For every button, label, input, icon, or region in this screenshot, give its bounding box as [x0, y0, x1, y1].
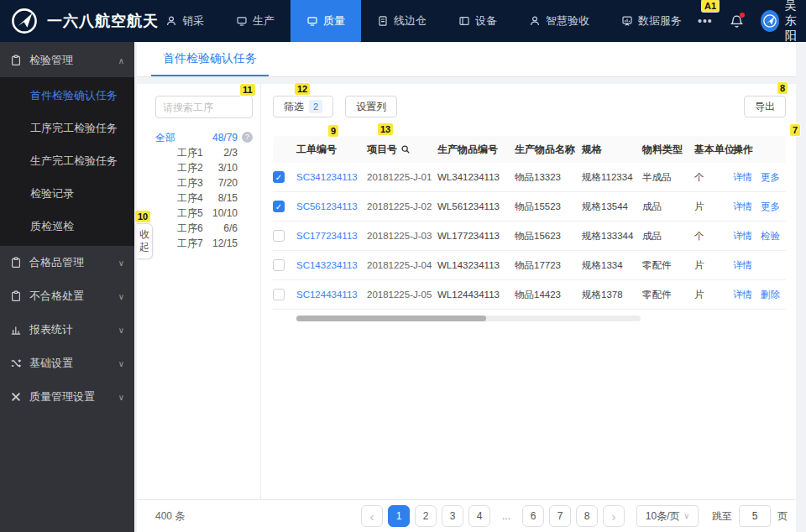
row-checkbox[interactable] — [273, 289, 285, 300]
order-no-link[interactable]: SC124434113 — [296, 289, 367, 300]
unit-cell: 片 — [694, 259, 733, 272]
chevron-down-icon: ∨ — [118, 326, 124, 335]
detail-link[interactable]: 详情 — [733, 171, 752, 184]
notification-bell-icon[interactable] — [730, 14, 744, 29]
page-button-6[interactable]: 6 — [522, 505, 544, 527]
process-item[interactable]: 工序510/10 — [155, 206, 249, 221]
help-icon[interactable]: ? — [242, 132, 253, 143]
annotation-badge-a1: A1 — [702, 0, 719, 12]
horizontal-scrollbar-thumb[interactable] — [296, 316, 486, 321]
sidebar-item-nonconforming[interactable]: 不合格处置 ∨ — [0, 279, 134, 313]
detail-link[interactable]: 详情 — [733, 230, 752, 243]
row-checkbox[interactable] — [273, 230, 285, 242]
nav-item-sales[interactable]: 销采 — [149, 0, 220, 42]
process-item[interactable]: 工序48/15 — [155, 190, 249, 206]
detail-link[interactable]: 详情 — [733, 289, 752, 301]
project-no-cell: 20181225-J-02 — [367, 201, 437, 211]
item-name-cell: 物品14423 — [515, 289, 582, 301]
unit-cell: 个 — [694, 171, 733, 184]
page-button-7[interactable]: 7 — [549, 505, 571, 527]
page-button-8[interactable]: 8 — [576, 505, 598, 527]
process-item[interactable]: 工序23/10 — [155, 160, 249, 175]
sidebar-item-production-completion-task[interactable]: 生产完工检验任务 — [0, 144, 134, 177]
tab-first-article-task[interactable]: 首件检验确认任务 — [151, 42, 269, 76]
detail-link[interactable]: 详情 — [733, 201, 752, 213]
table-row: SC143234113 20181225-J-04 WL143234113 物品… — [273, 251, 786, 280]
jump-page-input[interactable] — [739, 505, 771, 527]
tab-bar: 首件检验确认任务 — [137, 42, 796, 77]
nav-item-smart-acceptance[interactable]: 智慧验收 — [513, 0, 605, 42]
next-page-button[interactable]: › — [603, 505, 625, 527]
user-menu[interactable]: 吴东阳 — [761, 0, 800, 44]
row-checkbox[interactable]: ✓ — [273, 201, 285, 212]
col-material-type: 物料类型 — [642, 143, 694, 157]
nav-item-line-warehouse[interactable]: 线边仓 — [361, 0, 442, 42]
process-label: 全部 — [155, 130, 175, 145]
prev-page-button[interactable]: ‹ — [361, 505, 383, 527]
process-item[interactable]: 工序712/15 — [155, 236, 249, 251]
more-link[interactable]: 更多 — [761, 171, 780, 184]
page-size-select[interactable]: 10条/页 ∨ — [636, 505, 699, 527]
horizontal-scrollbar[interactable] — [296, 316, 641, 321]
page-button-3[interactable]: 3 — [442, 505, 463, 527]
filter-button[interactable]: 筛选 2 — [273, 96, 333, 117]
annotation-badge-7: 7 — [790, 124, 800, 136]
sidebar-item-label: 检验管理 — [29, 53, 73, 68]
process-item[interactable]: 工序12/3 — [155, 145, 249, 160]
sidebar-item-qualified-mgmt[interactable]: 合格品管理 ∨ — [0, 246, 134, 279]
process-item[interactable]: 工序66/6 — [155, 221, 249, 236]
sidebar-item-inspection-records[interactable]: 检验记录 — [0, 177, 134, 210]
order-no-link[interactable]: SC177234113 — [296, 231, 367, 241]
order-no-link[interactable]: SC143234113 — [296, 260, 367, 270]
nav-item-label: 销采 — [182, 13, 204, 29]
company-logo-icon — [10, 7, 39, 35]
sidebar-item-label: 基础设置 — [29, 356, 73, 371]
page-size-value: 10条/页 — [646, 509, 680, 524]
sidebar-item-basic-settings[interactable]: 基础设置 ∨ — [0, 347, 134, 380]
process-item-all[interactable]: 全部 48/79 ? — [155, 130, 249, 145]
search-input[interactable] — [155, 96, 253, 118]
sidebar-item-reports[interactable]: 报表统计 ∨ — [0, 313, 134, 347]
process-label: 工序1 — [155, 145, 203, 160]
order-no-link[interactable]: SC341234113 — [296, 172, 367, 182]
inspect-link[interactable]: 检验 — [761, 230, 780, 243]
process-label: 工序4 — [155, 190, 203, 206]
process-label: 工序6 — [155, 221, 203, 236]
nav-item-quality[interactable]: 质量 — [290, 0, 361, 42]
more-link[interactable]: 更多 — [761, 201, 780, 213]
order-no-link[interactable]: SC561234113 — [296, 201, 367, 211]
material-type-cell: 半成品 — [642, 171, 694, 184]
set-columns-button[interactable]: 设置列 — [345, 96, 397, 117]
search-icon[interactable] — [400, 144, 411, 154]
col-project-no[interactable]: 项目号 — [367, 143, 437, 157]
delete-link[interactable]: 删除 — [761, 289, 780, 301]
submenu-label: 生产完工检验任务 — [30, 154, 118, 169]
project-no-cell: 20181225-J-04 — [367, 260, 437, 270]
page-button-4[interactable]: 4 — [468, 505, 490, 527]
process-label: 工序2 — [155, 160, 203, 175]
detail-link[interactable]: 详情 — [733, 259, 752, 272]
process-item[interactable]: 工序37/20 — [155, 175, 249, 190]
item-no-cell: WL177234113 — [437, 231, 515, 241]
annotation-badge-8: 8 — [777, 82, 788, 94]
export-button[interactable]: 导出 — [744, 96, 786, 117]
item-name-cell: 物品17723 — [515, 259, 582, 272]
sidebar-item-first-article-task[interactable]: 首件检验确认任务 — [0, 79, 134, 112]
collapse-panel-button[interactable]: 收起 — [137, 223, 153, 259]
sidebar-item-quality-patrol[interactable]: 质检巡检 — [0, 210, 134, 243]
nav-item-data-service[interactable]: 数据服务 — [605, 0, 698, 42]
more-menu-icon[interactable]: ••• — [698, 14, 713, 28]
page-button-2[interactable]: 2 — [415, 505, 437, 527]
row-checkbox[interactable] — [273, 259, 285, 271]
chart-board-icon — [621, 15, 633, 27]
row-checkbox[interactable]: ✓ — [273, 171, 285, 183]
nav-item-production[interactable]: 生产 — [220, 0, 290, 42]
nav-item-equipment[interactable]: 设备 — [442, 0, 513, 42]
spec-cell: 规格133344 — [582, 230, 642, 243]
sidebar-item-inspection-mgmt[interactable]: 检验管理 ∧ — [0, 44, 134, 77]
sidebar-item-quality-settings[interactable]: 质量管理设置 ∨ — [0, 380, 134, 414]
annotation-badge-12: 12 — [295, 83, 310, 95]
sidebar-item-process-completion-task[interactable]: 工序完工检验任务 — [0, 112, 134, 144]
file-icon — [377, 15, 389, 27]
page-button-1[interactable]: 1 — [388, 505, 410, 527]
